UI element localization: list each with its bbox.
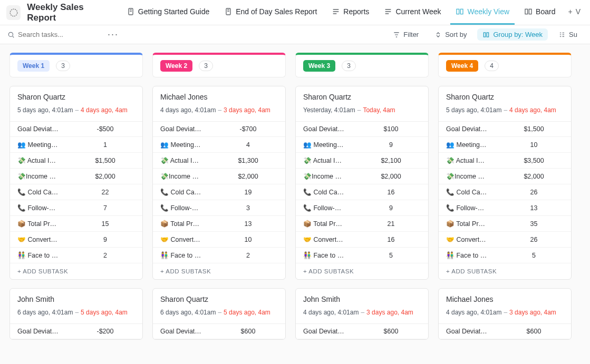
field-row-meetings[interactable]: 👥 Meeting…10 <box>439 137 571 153</box>
field-list: Goal Deviat…$600 <box>439 323 571 339</box>
field-list: Goal Deviat…-$500👥 Meeting…1💸 Actual I…$… <box>10 121 142 263</box>
end-date: 4 days ago, 4am <box>81 106 128 114</box>
search-input[interactable] <box>18 31 92 38</box>
search-box[interactable] <box>7 31 102 38</box>
add-subtask-button[interactable]: + ADD SUBTASK <box>153 263 285 279</box>
field-label: 📞 Cold Ca… <box>17 188 75 196</box>
task-card[interactable]: Sharon Quartz6 days ago, 4:01am–5 days a… <box>152 288 286 340</box>
field-value: 5 <box>361 252 421 259</box>
field-list: Goal Deviat…$600 <box>296 323 428 339</box>
field-row-goal[interactable]: Goal Deviat…$100 <box>296 122 428 137</box>
task-card[interactable]: John Smith6 days ago, 4:01am–5 days ago,… <box>9 288 143 340</box>
task-card[interactable]: Michael Jones4 days ago, 4:01am–3 days a… <box>438 288 572 340</box>
field-row-meetings[interactable]: 👥 Meeting…4 <box>153 137 285 153</box>
column-header[interactable]: Week 13 <box>9 53 143 77</box>
field-row-total[interactable]: 📦 Total Pr…35 <box>439 216 571 232</box>
field-row-cold[interactable]: 📞 Cold Ca…26 <box>439 184 571 200</box>
add-view-button[interactable]: + V <box>565 1 584 25</box>
dates: 6 days ago, 4:01am–5 days ago, 4am <box>160 309 278 316</box>
field-row-total[interactable]: 📦 Total Pr…13 <box>153 216 285 232</box>
field-row-income[interactable]: 💸Income …$2,000 <box>296 169 428 184</box>
field-row-goal[interactable]: Goal Deviat…-$500 <box>10 122 142 137</box>
column-header[interactable]: Week 44 <box>438 53 572 77</box>
field-row-face[interactable]: 👫 Face to …5 <box>439 248 571 263</box>
field-row-follow[interactable]: 📞 Follow-…13 <box>439 200 571 216</box>
field-label: 📞 Follow-… <box>446 204 504 212</box>
subtasks-button[interactable]: Su <box>553 28 583 41</box>
add-subtask-button[interactable]: + ADD SUBTASK <box>296 263 428 279</box>
field-row-convert[interactable]: 🤝 Convert…16 <box>296 232 428 248</box>
field-value: 10 <box>218 236 278 243</box>
field-row-cold[interactable]: 📞 Cold Ca…16 <box>296 184 428 200</box>
field-row-income[interactable]: 💸Income …$2,000 <box>10 169 142 184</box>
field-row-convert[interactable]: 🤝 Convert…9 <box>10 232 142 248</box>
field-row-goal[interactable]: Goal Deviat…-$200 <box>10 324 142 339</box>
field-row-goal[interactable]: Goal Deviat…-$700 <box>153 122 285 137</box>
field-row-meetings[interactable]: 👥 Meeting…9 <box>296 137 428 153</box>
task-card[interactable]: Michael Jones4 days ago, 4:01am–3 days a… <box>152 86 286 280</box>
field-value: $2,000 <box>361 173 421 180</box>
column-w1: Week 13Sharon Quartz5 days ago, 4:01am–4… <box>9 53 143 356</box>
tab-board[interactable]: Board <box>519 1 560 25</box>
field-label: 📞 Follow-… <box>303 204 361 212</box>
field-value: $2,000 <box>504 173 564 180</box>
add-subtask-button[interactable]: + ADD SUBTASK <box>10 263 142 279</box>
workspace-logo[interactable] <box>6 5 21 20</box>
field-row-follow[interactable]: 📞 Follow-…9 <box>296 200 428 216</box>
sort-button[interactable]: Sort by <box>429 28 472 41</box>
field-row-actual[interactable]: 💸 Actual I…$2,100 <box>296 153 428 169</box>
field-row-meetings[interactable]: 👥 Meeting…1 <box>10 137 142 153</box>
field-row-goal[interactable]: Goal Deviat…$1,500 <box>439 122 571 137</box>
field-row-goal[interactable]: Goal Deviat…$600 <box>296 324 428 339</box>
field-label: Goal Deviat… <box>303 328 361 335</box>
more-menu-button[interactable]: ··· <box>108 29 119 40</box>
field-row-cold[interactable]: 📞 Cold Ca…19 <box>153 184 285 200</box>
field-row-goal[interactable]: Goal Deviat…$600 <box>153 324 285 339</box>
column-header[interactable]: Week 33 <box>295 53 429 77</box>
field-list: Goal Deviat…$600 <box>153 323 285 339</box>
count-pill: 3 <box>342 61 356 71</box>
add-subtask-button[interactable]: + ADD SUBTASK <box>439 263 571 279</box>
task-card[interactable]: Sharon QuartzYesterday, 4:01am–Today, 4a… <box>295 86 429 280</box>
field-row-cold[interactable]: 📞 Cold Ca…22 <box>10 184 142 200</box>
field-row-convert[interactable]: 🤝 Convert…26 <box>439 232 571 248</box>
field-row-actual[interactable]: 💸 Actual I…$1,300 <box>153 153 285 169</box>
task-card[interactable]: Sharon Quartz5 days ago, 4:01am–4 days a… <box>9 86 143 280</box>
task-card[interactable]: Sharon Quartz5 days ago, 4:01am–4 days a… <box>438 86 572 280</box>
field-value: 2 <box>75 252 135 259</box>
field-row-actual[interactable]: 💸 Actual I…$1,500 <box>10 153 142 169</box>
field-value: 7 <box>75 204 135 212</box>
field-row-convert[interactable]: 🤝 Convert…10 <box>153 232 285 248</box>
tab-getting-started[interactable]: Getting Started Guide <box>121 1 215 25</box>
start-date: 4 days ago, 4:01am <box>303 309 359 316</box>
column-header[interactable]: Week 23 <box>152 53 286 77</box>
tab-label: Getting Started Guide <box>138 7 209 16</box>
field-row-total[interactable]: 📦 Total Pr…21 <box>296 216 428 232</box>
end-date: Today, 4am <box>363 106 395 114</box>
field-row-total[interactable]: 📦 Total Pr…15 <box>10 216 142 232</box>
field-row-follow[interactable]: 📞 Follow-…7 <box>10 200 142 216</box>
tab-eod-report[interactable]: End of Day Sales Report <box>219 1 322 25</box>
tab-weekly-view[interactable]: Weekly View <box>450 1 515 25</box>
dates: 5 days ago, 4:01am–4 days ago, 4am <box>17 106 135 114</box>
field-row-face[interactable]: 👫 Face to …2 <box>153 248 285 263</box>
field-row-face[interactable]: 👫 Face to …2 <box>10 248 142 263</box>
field-row-face[interactable]: 👫 Face to …5 <box>296 248 428 263</box>
field-label: 🤝 Convert… <box>17 235 75 243</box>
tab-reports[interactable]: Reports <box>326 1 374 25</box>
field-row-income[interactable]: 💸Income …$2,000 <box>153 169 285 184</box>
field-row-goal[interactable]: Goal Deviat…$600 <box>439 324 571 339</box>
field-value: $600 <box>504 328 564 335</box>
field-label: 📞 Follow-… <box>160 204 218 212</box>
filter-button[interactable]: Filter <box>388 28 424 41</box>
field-row-income[interactable]: 💸Income …$2,000 <box>439 169 571 184</box>
field-row-actual[interactable]: 💸 Actual I…$3,500 <box>439 153 571 169</box>
task-card[interactable]: John Smith4 days ago, 4:01am–3 days ago,… <box>295 288 429 340</box>
field-value: $1,500 <box>75 157 135 164</box>
tab-current-week[interactable]: Current Week <box>379 1 446 25</box>
field-value: 26 <box>504 236 564 243</box>
end-date: 4 days ago, 4am <box>509 106 556 114</box>
start-date: 5 days ago, 4:01am <box>446 106 501 114</box>
field-row-follow[interactable]: 📞 Follow-…3 <box>153 200 285 216</box>
group-by-button[interactable]: Group by: Week <box>477 28 548 41</box>
